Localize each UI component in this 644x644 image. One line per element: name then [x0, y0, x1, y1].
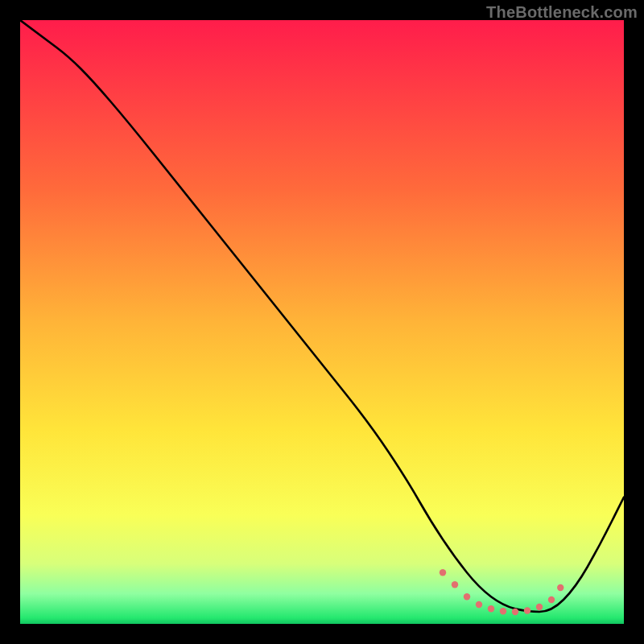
chart-frame: TheBottleneck.com	[0, 0, 644, 644]
gradient-rect	[20, 20, 624, 624]
marker-dot	[536, 604, 543, 610]
marker-dot	[500, 608, 506, 614]
marker-dot	[524, 607, 530, 613]
marker-dot	[476, 601, 482, 608]
marker-dot	[548, 597, 555, 603]
marker-dot	[488, 605, 494, 612]
marker-dot	[440, 569, 446, 576]
marker-dot	[557, 584, 564, 591]
watermark-text: TheBottleneck.com	[486, 3, 638, 22]
marker-dot	[452, 581, 458, 588]
plot-area	[20, 20, 624, 624]
chart-svg	[20, 20, 624, 624]
marker-dot	[464, 593, 470, 600]
marker-dot	[512, 609, 518, 615]
